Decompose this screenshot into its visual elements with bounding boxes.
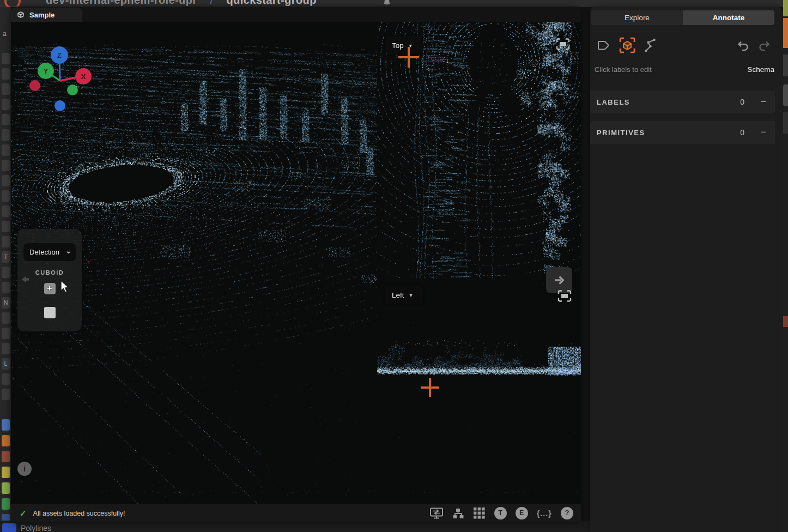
primitive-type-label: CUBOID — [35, 269, 64, 276]
side-view-dropdown[interactable]: Left ▾ — [385, 286, 423, 304]
collapse-primitives-button[interactable]: − — [759, 129, 768, 136]
rail-item[interactable]: T — [2, 251, 10, 263]
rail-item[interactable] — [2, 312, 10, 324]
polyline-tool-icon[interactable] — [644, 38, 657, 53]
fit-view-side-button[interactable] — [556, 289, 573, 303]
status-bar: ✓ All assets loaded successfully! — [11, 504, 581, 522]
rail-item[interactable] — [2, 282, 10, 293]
color-swatch[interactable] — [44, 307, 56, 318]
axis-z-label: Z — [57, 51, 62, 59]
rail-item[interactable] — [2, 114, 10, 125]
tab-sample-label: Sample — [29, 11, 54, 19]
tab-explore[interactable]: Explore — [591, 10, 683, 25]
schema-button[interactable]: Schema — [747, 65, 774, 74]
rail-item[interactable] — [2, 53, 10, 64]
right-edge-avatar — [783, 0, 788, 16]
rail-item[interactable] — [2, 144, 10, 156]
rail-item[interactable]: L — [2, 358, 10, 370]
rail-item[interactable] — [2, 129, 10, 141]
right-edge-block-4 — [783, 316, 788, 327]
rail-color-item[interactable] — [2, 419, 10, 431]
axis-x-label: X — [81, 72, 86, 81]
tag-tool-icon[interactable] — [597, 39, 611, 52]
help-icon[interactable]: ? — [561, 507, 573, 519]
labels-section-header[interactable]: LABELS 0 − — [590, 90, 775, 113]
rail-color-item[interactable] — [2, 514, 10, 521]
json-icon[interactable]: {...} — [537, 509, 552, 518]
arrow-right-icon — [552, 273, 566, 287]
rail-item[interactable]: N — [2, 297, 10, 309]
collapse-panel-arrow-icon[interactable] — [20, 274, 31, 285]
rail-item[interactable] — [2, 343, 10, 354]
axis-y-label: Y — [44, 67, 49, 75]
status-message: All assets loaded successfully! — [33, 510, 125, 517]
side-view-region[interactable] — [377, 279, 581, 504]
rail-item[interactable] — [2, 68, 10, 80]
rail-item[interactable] — [2, 267, 10, 278]
undo-icon[interactable] — [736, 40, 750, 51]
axis-gizmo[interactable]: Z Y X — [19, 41, 106, 118]
primitives-section-header[interactable]: PRIMITIVES 0 − — [590, 121, 775, 144]
axis-neg-x-handle[interactable] — [29, 80, 40, 91]
tab-sample[interactable]: Sample — [11, 8, 82, 22]
class-dropdown[interactable]: Detection ⌄ — [23, 243, 76, 261]
check-icon: ✓ — [20, 509, 27, 518]
right-edge-block-2 — [783, 84, 788, 106]
rail-color-item[interactable] — [2, 435, 10, 446]
t-shortcut-badge[interactable]: T — [494, 507, 507, 519]
rail-color-item[interactable] — [2, 467, 10, 478]
collapse-labels-button[interactable]: − — [759, 98, 768, 106]
panel-sections: LABELS 0 − PRIMITIVES 0 − — [590, 90, 775, 152]
caret-down-icon: ▾ — [410, 292, 413, 298]
e-shortcut-badge[interactable]: E — [516, 507, 528, 519]
rail-item[interactable] — [2, 160, 10, 171]
annotation-side-panel: Explore Annotate — [590, 7, 783, 532]
class-dropdown-label: Detection — [29, 248, 65, 256]
labels-section-title: LABELS — [597, 98, 740, 106]
top-view-dropdown[interactable]: Top ▾ — [385, 36, 423, 55]
right-edge-orange-block — [783, 18, 788, 48]
annotation-window: Sample Z Y X — [11, 7, 581, 522]
breadcrumb: dev-internal-epnem-role-upr/quickstart-g… — [46, 0, 317, 7]
rail-item[interactable] — [2, 389, 10, 400]
info-button[interactable]: i — [17, 462, 32, 476]
fit-view-top-button[interactable] — [555, 37, 571, 51]
breadcrumb-separator: / — [210, 0, 214, 6]
3d-viewport: Z Y X Top ▾ Left ▾ — [11, 22, 581, 504]
scene-graph-icon[interactable] — [452, 507, 464, 519]
add-cuboid-button[interactable]: + — [44, 283, 56, 294]
rail-color-item[interactable] — [2, 482, 10, 494]
rail-item[interactable] — [2, 373, 10, 385]
labels-hint-row: Click labels to edit Schema — [591, 64, 774, 75]
primitives-section-title: PRIMITIVES — [597, 129, 740, 137]
labels-hint: Click labels to edit — [595, 65, 652, 74]
right-edge-block-3 — [783, 112, 788, 134]
annotation-tools — [591, 36, 774, 55]
rail-item[interactable] — [2, 190, 10, 202]
rail-color-item[interactable] — [2, 451, 10, 462]
breadcrumb-project[interactable]: dev-internal-epnem-role-upr — [46, 0, 197, 6]
rail-color-item[interactable] — [2, 498, 10, 510]
display-settings-icon[interactable] — [429, 507, 444, 519]
rail-item[interactable] — [2, 83, 10, 95]
left-rail: aTNL — [0, 7, 11, 521]
tab-annotate[interactable]: Annotate — [683, 10, 774, 25]
rail-item[interactable] — [2, 221, 10, 232]
axis-neg-y-handle[interactable] — [67, 84, 78, 95]
rail-item[interactable] — [2, 236, 10, 247]
rail-item[interactable] — [2, 99, 10, 110]
rail-item[interactable] — [2, 175, 10, 186]
rail-item[interactable] — [2, 328, 10, 339]
breadcrumb-dataset[interactable]: quickstart-group — [226, 0, 316, 6]
background-right-edge — [783, 0, 788, 532]
polylines-icon — [2, 523, 16, 532]
axis-neg-z-handle[interactable] — [54, 100, 65, 111]
redo-icon[interactable] — [757, 40, 771, 51]
rail-item[interactable] — [2, 205, 10, 217]
grid-view-icon[interactable] — [473, 507, 486, 519]
right-edge-block-1 — [783, 55, 788, 76]
status-bar-icons: T E {...} ? — [429, 507, 573, 519]
rail-item[interactable]: a — [3, 30, 7, 38]
cuboid-tool-icon[interactable] — [618, 37, 637, 54]
polylines-label[interactable]: Polylines — [21, 524, 51, 532]
